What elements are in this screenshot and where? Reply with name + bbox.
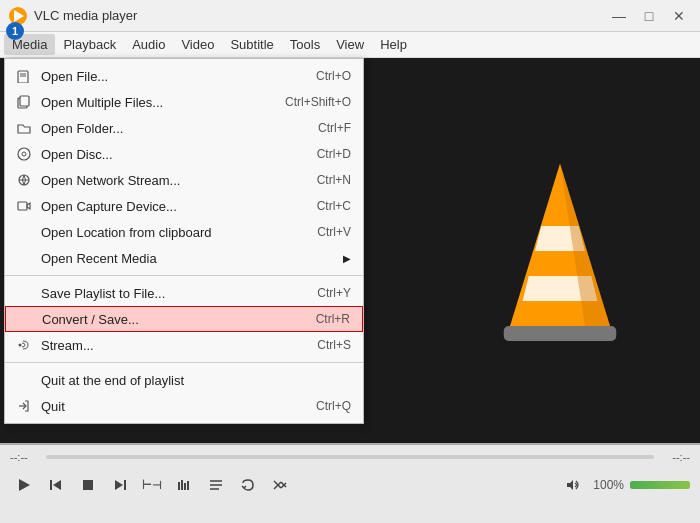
volume-fill xyxy=(630,481,690,489)
menu-item-save-playlist[interactable]: Save Playlist to File... Ctrl+Y xyxy=(5,280,363,306)
progress-track[interactable] xyxy=(46,455,654,459)
menu-item-open-file[interactable]: Open File... Ctrl+O xyxy=(5,63,363,89)
stream-label: Stream... xyxy=(41,338,297,353)
menu-item-open-network[interactable]: Open Network Stream... Ctrl+N xyxy=(5,167,363,193)
time-right: --:-- xyxy=(660,451,690,463)
volume-bar[interactable] xyxy=(630,481,690,489)
shuffle-button[interactable] xyxy=(266,471,294,499)
menu-item-quit-end[interactable]: Quit at the end of playlist xyxy=(5,367,363,393)
svg-marker-21 xyxy=(53,480,61,490)
open-multiple-label: Open Multiple Files... xyxy=(41,95,265,110)
svg-point-8 xyxy=(22,152,26,156)
menu-tools[interactable]: Tools xyxy=(282,34,328,55)
time-left: --:-- xyxy=(10,451,40,463)
title-bar: VLC media player — □ ✕ xyxy=(0,0,700,32)
svg-point-7 xyxy=(18,148,30,160)
loop-button[interactable] xyxy=(234,471,262,499)
divider-1 xyxy=(5,275,363,276)
open-multiple-shortcut: Ctrl+Shift+O xyxy=(285,95,351,109)
open-folder-shortcut: Ctrl+F xyxy=(318,121,351,135)
menu-audio[interactable]: Audio xyxy=(124,34,173,55)
open-folder-icon xyxy=(15,119,33,137)
media-dropdown: Open File... Ctrl+O Open Multiple Files.… xyxy=(4,58,364,424)
svg-rect-2 xyxy=(18,71,28,83)
convert-save-label: Convert / Save... xyxy=(42,312,296,327)
open-disc-icon xyxy=(15,145,33,163)
quit-label: Quit xyxy=(41,399,296,414)
stream-shortcut: Ctrl+S xyxy=(317,338,351,352)
skip-forward-button[interactable] xyxy=(106,471,134,499)
open-network-shortcut: Ctrl+N xyxy=(317,173,351,187)
menu-view[interactable]: View xyxy=(328,34,372,55)
open-file-icon xyxy=(15,67,33,85)
svg-point-13 xyxy=(19,344,22,347)
open-location-icon xyxy=(15,223,33,241)
svg-rect-6 xyxy=(20,96,29,106)
open-disc-shortcut: Ctrl+D xyxy=(317,147,351,161)
svg-rect-23 xyxy=(83,480,93,490)
open-location-label: Open Location from clipboard xyxy=(41,225,297,240)
time-bar: --:-- --:-- xyxy=(0,445,700,467)
menu-item-open-recent[interactable]: Open Recent Media ▶ xyxy=(5,245,363,271)
menu-help[interactable]: Help xyxy=(372,34,415,55)
stop-button[interactable] xyxy=(74,471,102,499)
vlc-cone xyxy=(460,121,660,381)
badge-1: 1 xyxy=(6,22,24,40)
open-capture-label: Open Capture Device... xyxy=(41,199,297,214)
menu-video[interactable]: Video xyxy=(173,34,222,55)
frame-step-button[interactable]: ⊢⊣ xyxy=(138,471,166,499)
menu-item-open-folder[interactable]: Open Folder... Ctrl+F xyxy=(5,115,363,141)
maximize-button[interactable]: □ xyxy=(636,6,662,26)
convert-save-shortcut: Ctrl+R xyxy=(316,312,350,326)
menu-item-open-location[interactable]: Open Location from clipboard Ctrl+V xyxy=(5,219,363,245)
divider-2 xyxy=(5,362,363,363)
volume-label: 100% xyxy=(593,478,624,492)
window-controls: — □ ✕ xyxy=(606,6,692,26)
svg-line-33 xyxy=(274,485,278,489)
mute-button[interactable] xyxy=(559,471,587,499)
quit-shortcut: Ctrl+Q xyxy=(316,399,351,413)
menu-playback[interactable]: Playback xyxy=(55,34,124,55)
menu-item-stream[interactable]: Stream... Ctrl+S xyxy=(5,332,363,358)
svg-rect-22 xyxy=(50,480,52,490)
svg-rect-11 xyxy=(18,202,27,210)
skip-back-button[interactable] xyxy=(42,471,70,499)
save-playlist-shortcut: Ctrl+Y xyxy=(317,286,351,300)
open-disc-label: Open Disc... xyxy=(41,147,297,162)
volume-section: 100% xyxy=(559,471,690,499)
open-network-icon xyxy=(15,171,33,189)
close-button[interactable]: ✕ xyxy=(666,6,692,26)
menu-subtitle[interactable]: Subtitle xyxy=(222,34,281,55)
svg-rect-25 xyxy=(124,480,126,490)
svg-rect-28 xyxy=(184,483,186,490)
menu-item-open-disc[interactable]: Open Disc... Ctrl+D xyxy=(5,141,363,167)
menu-item-open-multiple[interactable]: Open Multiple Files... Ctrl+Shift+O xyxy=(5,89,363,115)
svg-marker-24 xyxy=(115,480,123,490)
open-multiple-icon xyxy=(15,93,33,111)
minimize-button[interactable]: — xyxy=(606,6,632,26)
open-recent-arrow: ▶ xyxy=(343,253,351,264)
svg-line-36 xyxy=(274,481,278,485)
menu-item-open-capture[interactable]: Open Capture Device... Ctrl+C xyxy=(5,193,363,219)
playlist-button[interactable] xyxy=(202,471,230,499)
controls-bar: ⊢⊣ 100% xyxy=(0,467,700,503)
menu-item-convert-save[interactable]: Convert / Save... Ctrl+R xyxy=(5,306,363,332)
open-location-shortcut: Ctrl+V xyxy=(317,225,351,239)
save-playlist-icon xyxy=(15,284,33,302)
open-recent-label: Open Recent Media xyxy=(41,251,343,266)
menu-item-quit[interactable]: Quit Ctrl+Q xyxy=(5,393,363,419)
stream-icon xyxy=(15,336,33,354)
play-button[interactable] xyxy=(10,471,38,499)
equalizer-button[interactable] xyxy=(170,471,198,499)
svg-marker-20 xyxy=(19,479,30,491)
svg-rect-26 xyxy=(178,482,180,490)
save-playlist-label: Save Playlist to File... xyxy=(41,286,297,301)
open-capture-icon xyxy=(15,197,33,215)
menu-bar: Media Playback Audio Video Subtitle Tool… xyxy=(0,32,700,58)
open-file-label: Open File... xyxy=(41,69,296,84)
open-file-shortcut: Ctrl+O xyxy=(316,69,351,83)
svg-rect-29 xyxy=(187,481,189,490)
quit-end-icon xyxy=(15,371,33,389)
open-recent-icon xyxy=(15,249,33,267)
convert-save-icon xyxy=(16,310,34,328)
